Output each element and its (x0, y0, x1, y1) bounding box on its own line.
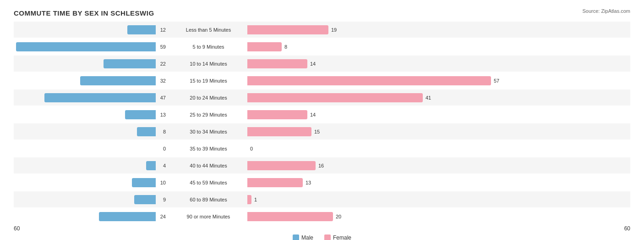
right-section: 57 (247, 73, 630, 89)
right-section: 16 (247, 157, 630, 173)
bar-row: 47 20 to 24 Minutes 41 (14, 89, 630, 106)
chart-container: COMMUTE TIME BY SEX IN SCHLESWIG Source:… (0, 0, 644, 240)
left-section: 32 (14, 73, 169, 89)
right-section: 20 (247, 208, 630, 224)
male-bar (137, 127, 156, 136)
row-label: 45 to 59 Minutes (169, 180, 247, 185)
male-bar (104, 59, 156, 68)
female-value: 16 (318, 163, 324, 168)
male-value: 9 (163, 197, 166, 202)
male-legend-box (293, 234, 299, 240)
right-section: 0 (247, 140, 630, 156)
male-bar (125, 110, 156, 119)
male-value: 59 (160, 44, 166, 50)
left-section: 0 (14, 140, 169, 156)
bar-row: 4 40 to 44 Minutes 16 (14, 157, 630, 173)
row-label: 90 or more Minutes (169, 214, 247, 219)
left-section: 12 (14, 22, 169, 38)
row-label: 40 to 44 Minutes (169, 163, 247, 168)
legend-female: Female (324, 234, 351, 240)
rows-container: 12 Less than 5 Minutes 19 59 5 to 9 Minu… (14, 22, 630, 224)
male-value: 32 (160, 78, 166, 84)
left-section: 22 (14, 56, 169, 72)
left-section: 13 (14, 106, 169, 123)
legend: Male Female (14, 234, 630, 240)
male-bar (127, 25, 156, 34)
female-bar (247, 110, 307, 119)
female-value: 0 (250, 146, 253, 151)
chart-title: COMMUTE TIME BY SEX IN SCHLESWIG (14, 9, 630, 17)
female-legend-box (324, 234, 331, 240)
bar-row: 9 60 to 89 Minutes 1 (14, 191, 630, 207)
row-label: 10 to 14 Minutes (169, 61, 247, 67)
bar-row: 24 90 or more Minutes 20 (14, 208, 630, 224)
left-section: 47 (14, 89, 169, 106)
female-bar (247, 42, 282, 51)
bottom-labels: 60 60 (14, 225, 630, 232)
female-bar (247, 93, 423, 102)
female-value: 57 (494, 78, 499, 84)
bar-row: 0 35 to 39 Minutes 0 (14, 140, 630, 156)
male-bar (132, 178, 156, 187)
bottom-left-label: 60 (14, 225, 20, 232)
female-value: 1 (254, 197, 257, 202)
male-bar (80, 76, 156, 85)
right-section: 14 (247, 106, 630, 123)
female-value: 14 (310, 61, 316, 67)
female-bar (247, 178, 303, 187)
male-bar (146, 161, 156, 170)
male-bar (44, 93, 156, 102)
bar-row: 8 30 to 34 Minutes 15 (14, 123, 630, 140)
male-value: 47 (160, 95, 166, 100)
male-value: 10 (160, 180, 166, 185)
male-value: 13 (160, 112, 166, 117)
female-value: 19 (331, 27, 337, 33)
right-section: 14 (247, 56, 630, 72)
row-label: Less than 5 Minutes (169, 27, 247, 33)
bar-row: 22 10 to 14 Minutes 14 (14, 56, 630, 72)
left-section: 8 (14, 123, 169, 140)
female-bar (247, 76, 491, 85)
female-bar (247, 161, 316, 170)
row-label: 5 to 9 Minutes (169, 44, 247, 50)
female-value: 14 (310, 112, 316, 117)
bar-row: 10 45 to 59 Minutes 13 (14, 174, 630, 190)
row-label: 35 to 39 Minutes (169, 146, 247, 151)
male-bar (16, 42, 156, 51)
row-label: 60 to 89 Minutes (169, 197, 247, 202)
male-value: 8 (163, 129, 166, 134)
male-bar (99, 212, 156, 221)
row-label: 30 to 34 Minutes (169, 129, 247, 134)
male-value: 12 (160, 27, 166, 33)
left-section: 59 (14, 39, 169, 55)
male-value: 0 (163, 146, 166, 151)
row-label: 15 to 19 Minutes (169, 78, 247, 84)
male-value: 22 (160, 61, 166, 67)
right-section: 41 (247, 89, 630, 106)
left-section: 9 (14, 191, 169, 207)
bar-row: 59 5 to 9 Minutes 8 (14, 39, 630, 55)
right-section: 19 (247, 22, 630, 38)
bottom-right-label: 60 (624, 225, 630, 232)
female-value: 13 (306, 180, 311, 185)
female-value: 41 (426, 95, 431, 100)
female-bar (247, 212, 333, 221)
male-legend-label: Male (301, 234, 313, 240)
right-section: 13 (247, 174, 630, 190)
right-section: 1 (247, 191, 630, 207)
female-bar (247, 25, 328, 34)
legend-male: Male (293, 234, 313, 240)
left-section: 10 (14, 174, 169, 190)
bar-row: 32 15 to 19 Minutes 57 (14, 73, 630, 89)
source-text: Source: ZipAtlas.com (582, 8, 630, 14)
female-value: 15 (314, 129, 320, 134)
right-section: 15 (247, 123, 630, 140)
female-bar (247, 59, 307, 68)
bar-row: 12 Less than 5 Minutes 19 (14, 22, 630, 38)
row-label: 25 to 29 Minutes (169, 112, 247, 117)
left-section: 4 (14, 157, 169, 173)
male-bar (134, 195, 156, 204)
row-label: 20 to 24 Minutes (169, 95, 247, 100)
female-value: 20 (336, 214, 341, 219)
female-legend-label: Female (333, 234, 351, 240)
